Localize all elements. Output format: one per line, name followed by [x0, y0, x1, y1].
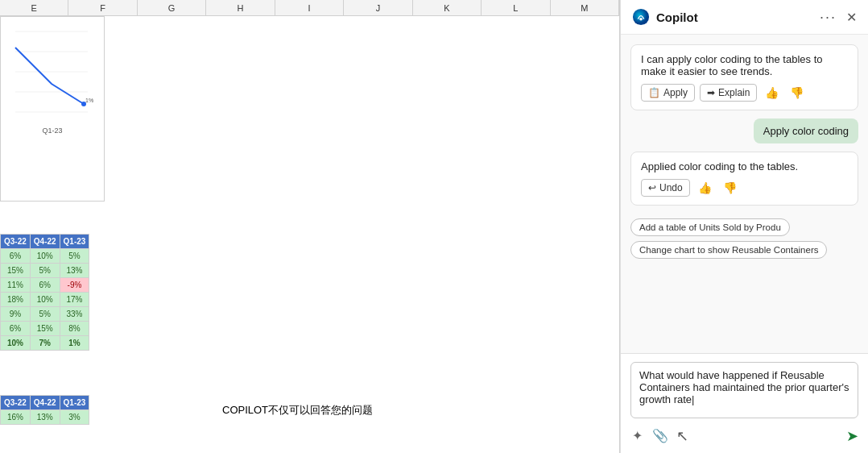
table-row: 5% [60, 249, 89, 264]
more-options-button[interactable]: ··· [820, 9, 837, 26]
col-g: G [138, 0, 206, 15]
data-table-1: Q3-22 Q4-22 Q1-23 6% 10% 5% 15% 5% 13% 1… [0, 234, 89, 351]
suggestion-chips: Add a table of Units Sold by Produ Chang… [630, 218, 858, 259]
th-q3-22: Q3-22 [1, 235, 31, 249]
table-row: -9% [60, 278, 89, 293]
assistant-message-2: Applied color coding to the tables. ↩ Un… [630, 152, 858, 206]
explain-label: Explain [718, 87, 750, 98]
table-row: 6% [30, 278, 60, 293]
table-row: 17% [60, 293, 89, 307]
th2-q4-22: Q4-22 [30, 396, 60, 410]
assistant-message-1: I can apply color coding to the tables t… [630, 44, 858, 110]
table-row: 7% [30, 336, 60, 351]
copilot-title: Copilot [656, 10, 813, 24]
message-actions-2: ↩ Undo 👍 👎 [641, 179, 848, 197]
col-f: F [68, 0, 137, 15]
table-row: 15% [1, 264, 31, 278]
table-row: 9% [1, 307, 31, 322]
th-q4-22: Q4-22 [30, 235, 60, 249]
apply-label: Apply [663, 87, 688, 98]
table-row: 6% [1, 249, 31, 264]
chart-svg: 1% [7, 23, 96, 120]
message-actions-1: 📋 Apply ➡ Explain 👍 👎 [641, 84, 848, 102]
table-row: 5% [30, 307, 60, 322]
chip-units-sold[interactable]: Add a table of Units Sold by Produ [630, 218, 790, 236]
input-toolbar: ✦ 📎 ↖ ➤ [630, 426, 858, 445]
chat-area: I can apply color coding to the tables t… [621, 35, 868, 353]
data-table-2: Q3-22 Q4-22 Q1-23 16% 13% 3% [0, 395, 89, 425]
sparkle-button[interactable]: ✦ [630, 426, 644, 445]
table-row: 3% [60, 410, 89, 425]
undo-icon: ↩ [648, 182, 656, 193]
assistant-text-1: I can apply color coding to the tables t… [641, 53, 822, 77]
thumbs-up-button-2[interactable]: 👍 [695, 180, 715, 196]
table-row: 1% [60, 336, 89, 351]
chat-input[interactable]: What would have happened if Reusable Con… [630, 362, 858, 418]
table-row: 10% [1, 336, 31, 351]
table-row: 15% [30, 322, 60, 336]
line-chart: 1% Q1-23 [0, 16, 105, 202]
thumbs-down-button-1[interactable]: 👎 [787, 85, 807, 101]
copilot-logo-icon [632, 8, 650, 26]
svg-point-7 [633, 9, 649, 25]
table-row: 10% [30, 249, 60, 264]
assistant-text-2: Applied color coding to the tables. [641, 160, 798, 172]
table-row: 5% [30, 264, 60, 278]
copilot-header: Copilot ··· ✕ [621, 0, 868, 35]
chart-label: Q1-23 [7, 127, 97, 135]
svg-text:1%: 1% [85, 98, 93, 103]
col-h: H [206, 0, 275, 15]
close-button[interactable]: ✕ [846, 10, 857, 25]
col-l: L [482, 0, 550, 15]
send-button[interactable]: ➤ [846, 427, 858, 445]
excel-area: E F G H I J K L M 1% Q1-23 Q3-22 Q [0, 0, 620, 453]
table-row: 13% [60, 264, 89, 278]
table-row: 18% [1, 293, 31, 307]
input-area: What would have happened if Reusable Con… [621, 353, 868, 453]
undo-button[interactable]: ↩ Undo [641, 179, 690, 197]
explain-button[interactable]: ➡ Explain [700, 84, 757, 102]
user-message-1: Apply color coding [754, 118, 858, 143]
table-row: 33% [60, 307, 89, 322]
thumbs-down-button-2[interactable]: 👎 [720, 180, 740, 196]
th2-q3-22: Q3-22 [1, 396, 31, 410]
col-k: K [413, 0, 482, 15]
th2-q1-23: Q1-23 [60, 396, 89, 410]
table-row: 13% [30, 410, 60, 425]
th-q1-23: Q1-23 [60, 235, 89, 249]
cursor-icon: ↖ [676, 427, 688, 445]
thumbs-up-button-1[interactable]: 👍 [762, 85, 782, 101]
col-i: I [275, 0, 344, 15]
col-e: E [0, 0, 68, 15]
col-m: M [551, 0, 619, 15]
table-row: 16% [1, 410, 31, 425]
undo-label: Undo [659, 182, 683, 193]
copilot-panel: Copilot ··· ✕ I can apply color coding t… [620, 0, 868, 453]
col-j: J [344, 0, 412, 15]
watermark-text: COPILOT不仅可以回答您的问题 [217, 401, 378, 419]
svg-point-8 [639, 18, 643, 21]
table-row: 8% [60, 322, 89, 336]
explain-icon: ➡ [707, 87, 715, 98]
apply-icon: 📋 [648, 87, 660, 98]
attachment-button[interactable]: 📎 [651, 426, 670, 445]
table-row: 11% [1, 278, 31, 293]
table-row: 6% [1, 322, 31, 336]
apply-button[interactable]: 📋 Apply [641, 84, 695, 102]
chip-reusable-containers[interactable]: Change chart to show Reusable Containers [630, 241, 827, 259]
table-row: 10% [30, 293, 60, 307]
column-headers: E F G H I J K L M [0, 0, 619, 16]
user-text-1: Apply color coding [763, 125, 849, 137]
